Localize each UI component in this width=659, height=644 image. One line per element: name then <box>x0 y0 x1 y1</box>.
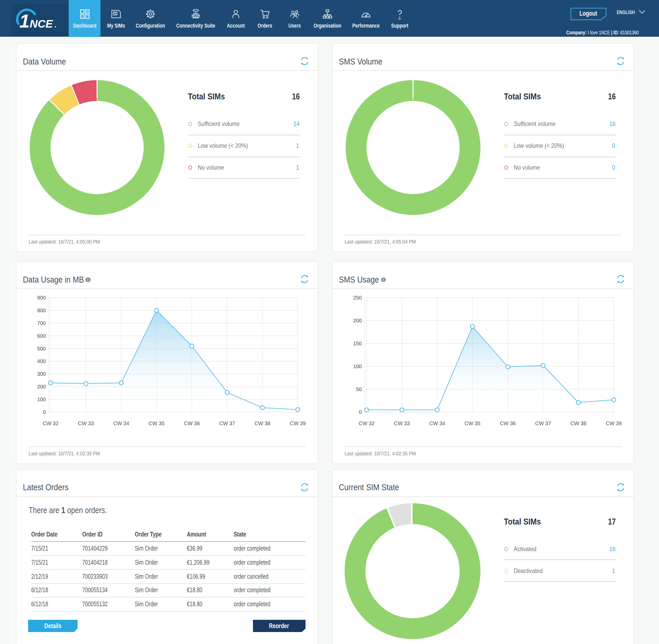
svg-text:250: 250 <box>353 295 362 301</box>
svg-text:800: 800 <box>37 307 46 313</box>
svg-text:CW 39: CW 39 <box>606 420 621 426</box>
svg-text:CW 36: CW 36 <box>500 420 516 426</box>
svg-text:300: 300 <box>37 371 46 377</box>
svg-text:CW 39: CW 39 <box>290 420 305 426</box>
svg-text:100: 100 <box>37 396 46 402</box>
svg-text:CW 35: CW 35 <box>149 420 164 426</box>
svg-text:900: 900 <box>37 295 46 301</box>
svg-text:700: 700 <box>37 320 46 326</box>
svg-text:CW 32: CW 32 <box>359 420 374 426</box>
svg-text:50: 50 <box>356 386 362 392</box>
svg-text:CW 38: CW 38 <box>570 420 586 426</box>
svg-text:CW 36: CW 36 <box>184 420 200 426</box>
svg-text:200: 200 <box>353 318 362 323</box>
svg-text:CW 33: CW 33 <box>394 420 410 426</box>
svg-text:400: 400 <box>37 358 46 364</box>
svg-text:150: 150 <box>353 341 362 346</box>
svg-text:100: 100 <box>353 364 362 369</box>
svg-text:0: 0 <box>43 409 46 415</box>
svg-text:CW 37: CW 37 <box>535 420 551 426</box>
svg-text:0: 0 <box>359 409 362 415</box>
svg-text:CW 37: CW 37 <box>219 420 235 426</box>
svg-text:CW 38: CW 38 <box>254 420 270 426</box>
svg-text:600: 600 <box>37 333 46 339</box>
svg-text:500: 500 <box>37 346 46 351</box>
svg-text:200: 200 <box>37 384 46 390</box>
svg-text:CW 34: CW 34 <box>113 420 129 426</box>
svg-text:CW 32: CW 32 <box>43 420 59 426</box>
svg-text:1NCE: 1NCE <box>19 11 53 31</box>
svg-text:CW 35: CW 35 <box>464 420 480 426</box>
svg-text:CW 33: CW 33 <box>78 420 94 426</box>
svg-text:CW 34: CW 34 <box>429 420 445 426</box>
